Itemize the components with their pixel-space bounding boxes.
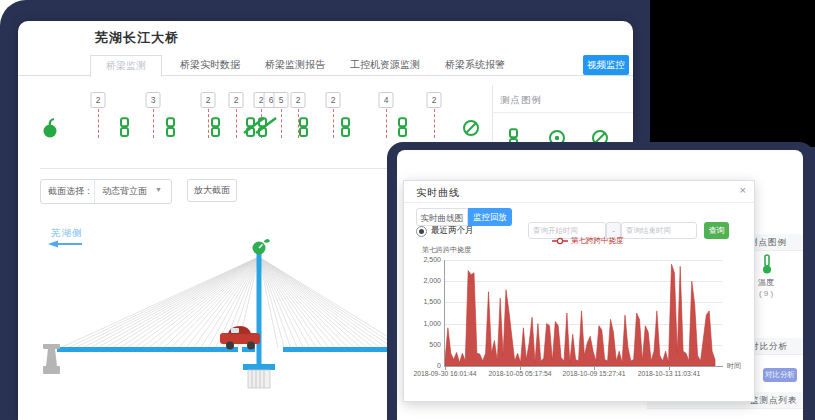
sensor-drop-line	[386, 109, 387, 138]
dialog-header-divider	[404, 202, 754, 203]
tab-1[interactable]: 桥梁监测	[90, 55, 162, 77]
y-tick-label: 1,000	[405, 320, 441, 327]
x-tick-mark	[669, 367, 670, 370]
tab-3[interactable]: 桥梁监测报告	[260, 55, 330, 75]
section-select-label: 截面选择：	[48, 185, 93, 198]
deflection-series	[445, 260, 722, 366]
y-tick-label: 1,500	[405, 298, 441, 305]
tab-4[interactable]: 工控机资源监测	[345, 55, 425, 75]
sensor-drop-line	[153, 109, 154, 138]
select-divider	[94, 180, 95, 203]
legend-panel-border	[492, 85, 493, 145]
sensor-count-badge: 2	[201, 92, 216, 108]
chain-sensor-icon	[340, 117, 351, 138]
weight-sensor-icon	[41, 117, 59, 139]
legend-line-icon	[552, 237, 568, 245]
section-select[interactable]: 截面选择： 动态背立面 ▼	[40, 179, 172, 204]
chain-sensor-icon	[210, 117, 221, 138]
x-tick-mark	[594, 367, 595, 370]
sensor-count-badge: 2	[291, 92, 306, 108]
y-tick-label: 2,500	[405, 256, 441, 263]
x-axis-title: 时间	[727, 361, 741, 371]
legend-panel-title: 测点图例	[500, 94, 542, 107]
x-tick-mark	[445, 367, 446, 370]
x-tick-label: 2018-09-30 16:01:44	[403, 370, 487, 377]
chevron-down-icon: ▼	[155, 186, 162, 193]
bridge-schematic	[38, 221, 410, 417]
dialog-title: 实时曲线	[416, 186, 460, 200]
radio-dot	[419, 229, 424, 234]
y-tick-label: 500	[405, 341, 441, 348]
sensor-drop-line	[281, 109, 282, 138]
bridge-tower	[257, 251, 262, 368]
legend-panel-divider	[492, 112, 633, 113]
dialog-tab-1[interactable]: 实时曲线图	[416, 208, 468, 226]
bridge-deck-left	[57, 347, 238, 352]
x-tick-mark	[520, 367, 521, 370]
screen: 芜湖长江大桥 桥梁监测桥梁实时数据桥梁监测报告工控机资源监测桥梁系统报警 视频监…	[0, 0, 815, 420]
sensor-count-badge: 3	[146, 92, 161, 108]
sensor-count-badge: 5	[274, 92, 289, 108]
x-tick-label: 2018-10-13 11:03:41	[627, 370, 711, 377]
sensor-drop-line	[333, 109, 334, 138]
sensor-drop-line	[98, 109, 99, 138]
sensor-count-badge: 2	[326, 92, 341, 108]
y-tick-label: 2,000	[405, 277, 441, 284]
tower-crossbeam	[243, 364, 275, 370]
tower-pier	[248, 370, 270, 388]
y-tick-label: 0	[405, 362, 441, 369]
thermometer-icon	[761, 254, 773, 274]
deflection-chart: 2,5002,0001,5001,0005000 2018-09-30 16:0…	[445, 260, 722, 366]
recent-two-months-radio[interactable]	[416, 226, 427, 237]
query-end-time-input[interactable]	[621, 222, 697, 239]
video-monitor-button[interactable]: 视频监控	[583, 55, 629, 75]
temperature-label: 温度	[753, 277, 779, 288]
chain-sensor-icon	[397, 117, 408, 138]
recent-two-months-label: 最近两个月	[431, 225, 474, 237]
chain-sensor-icon	[165, 117, 176, 138]
chart-title: 第七跨跨中挠度	[422, 245, 471, 255]
close-icon[interactable]: ×	[740, 184, 746, 196]
compare-analysis-button[interactable]: 对比分析	[763, 368, 797, 382]
sensor-count-badge: 2	[229, 92, 244, 108]
x-tick-label: 2018-10-05 05:17:54	[478, 370, 562, 377]
x-axis	[444, 366, 723, 367]
popup-window: 测点图例 温度 ( 9 ) 对比分析 对比分析 监测点列表 实时曲线 × 实时曲…	[397, 150, 803, 420]
chain-sensor-icon	[119, 117, 130, 138]
x-tick-label: 2018-10-09 15:27:41	[552, 370, 636, 377]
page-title: 芜湖长江大桥	[95, 29, 179, 47]
sensor-drop-line	[208, 109, 209, 138]
top-right-black-area	[650, 0, 815, 147]
dialog-tab-2[interactable]: 监控回放	[468, 208, 512, 226]
tower-gauge-icon	[253, 239, 271, 255]
chain-sensor-icon	[298, 117, 309, 138]
tab-5[interactable]: 桥梁系统报警	[440, 55, 510, 75]
enlarge-section-button[interactable]: 放大截面	[187, 179, 237, 202]
sensor-drop-line	[236, 109, 237, 138]
temperature-count: ( 9 )	[751, 289, 781, 298]
car	[220, 326, 260, 350]
section-select-value: 动态背立面	[102, 185, 147, 198]
series-legend[interactable]: 第七跨跨中挠度	[552, 236, 624, 246]
realtime-curve-dialog: 实时曲线 × 实时曲线图监控回放 最近两个月 - 查询 第七跨跨中挠度 第七跨跨…	[403, 180, 755, 402]
sensor-count-badge: 2	[91, 92, 106, 108]
sensor-count-badge: 2	[427, 92, 442, 108]
left-abutment	[43, 344, 60, 374]
sensor-count-badge: 4	[379, 92, 394, 108]
disabled-sensor-icon	[462, 119, 480, 137]
query-button[interactable]: 查询	[704, 222, 729, 239]
tab-2[interactable]: 桥梁实时数据	[175, 55, 245, 75]
sensor-drop-line	[434, 109, 435, 138]
crossed-cables-icon	[242, 116, 280, 135]
